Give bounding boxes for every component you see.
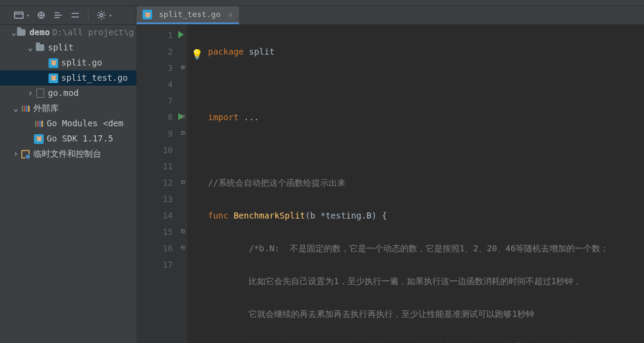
code-area[interactable]: package split import ... //系统会自动把这个函数给提示… xyxy=(187,25,644,343)
tree-node-external-lib[interactable]: ⌄ 外部库 xyxy=(0,101,136,116)
toolbar-separator xyxy=(88,10,89,21)
svg-rect-0 xyxy=(15,12,23,18)
editor-gutter[interactable]: 1 2💡 3⊞ 4 7 8⊟ 9⊟ 10 11 12⊟ 13 14 15⊟ 16… xyxy=(136,25,187,343)
go-file-icon: 🐹 xyxy=(143,10,152,19)
svg-rect-12 xyxy=(24,106,25,112)
file-icon xyxy=(35,89,45,98)
dropdown-arrow-icon: ▾ xyxy=(109,13,112,18)
settings-gear-icon[interactable] xyxy=(96,10,107,21)
svg-point-20 xyxy=(25,154,30,159)
library-icon xyxy=(34,119,44,129)
code-token: BenchmarkSplit xyxy=(233,211,305,220)
tree-label: split.go xyxy=(61,55,102,70)
line-number: 7 xyxy=(168,96,173,106)
chevron-down-icon[interactable]: ⌄ xyxy=(11,28,16,38)
line-number: 4 xyxy=(168,80,173,89)
line-number: 10 xyxy=(163,145,173,155)
tree-node-split-test-go[interactable]: 🐹 split_test.go xyxy=(0,70,136,86)
select-opened-file-icon[interactable] xyxy=(36,10,47,21)
line-number: 3 xyxy=(168,63,173,73)
code-token: B xyxy=(366,211,371,220)
folder-icon xyxy=(16,28,26,38)
scratch-icon xyxy=(21,149,30,159)
code-token: import xyxy=(208,112,239,122)
line-number: 2 xyxy=(168,47,173,56)
code-token: (b * xyxy=(305,211,326,220)
project-view-selector[interactable] xyxy=(13,10,24,21)
fold-icon[interactable]: ⊟ xyxy=(179,228,185,234)
code-comment: 比如它会先自己设置为1，至少执行一遍，如果执行这一边函数消耗的时间不超过1秒钟， xyxy=(208,276,582,286)
fold-icon[interactable]: ⊞ xyxy=(179,64,185,70)
tree-node-go-sdk[interactable]: 🐹 Go SDK 1.17.5 xyxy=(0,131,136,146)
tree-node-go-modules[interactable]: Go Modules <dem xyxy=(0,116,136,131)
tree-node-split-go[interactable]: 🐹 split.go xyxy=(0,55,136,70)
code-comment: /*b.N: 不是固定的数，它是一个动态的数，它是按照1、2、20、46等随机去… xyxy=(208,243,609,253)
tree-label: split xyxy=(48,40,73,55)
toolbar: ▾ ▾ 🐹 split_test.go × xyxy=(0,6,644,25)
tree-node-split[interactable]: ⌄ split xyxy=(0,40,136,55)
line-number: 9 xyxy=(168,129,173,138)
tree-label: 临时文件和控制台 xyxy=(33,146,101,161)
run-gutter-icon[interactable] xyxy=(178,31,184,38)
dropdown-arrow-icon: ▾ xyxy=(27,13,30,18)
project-tree[interactable]: ⌄ demo D:\all project\g ⌄ split 🐹 split.… xyxy=(0,25,136,343)
intention-bulb-icon[interactable]: 💡 xyxy=(191,46,203,63)
code-token: split xyxy=(249,47,274,56)
expand-all-icon[interactable] xyxy=(53,10,64,21)
line-number: 11 xyxy=(163,161,173,171)
tree-node-gomod[interactable]: › go.mod xyxy=(0,86,136,101)
editor-tab-split-test[interactable]: 🐹 split_test.go × xyxy=(136,6,239,24)
tree-node-scratches[interactable]: › 临时文件和控制台 xyxy=(0,146,136,161)
code-token: func xyxy=(208,211,229,220)
tree-label: demo xyxy=(29,25,50,40)
breadcrumb-bar xyxy=(0,0,644,6)
chevron-right-icon[interactable]: › xyxy=(25,89,35,98)
tree-label: Go Modules <dem xyxy=(47,116,123,131)
tree-node-demo[interactable]: ⌄ demo D:\all project\g xyxy=(0,25,136,40)
svg-point-10 xyxy=(99,14,102,17)
collapse-all-icon[interactable] xyxy=(70,10,81,21)
svg-rect-11 xyxy=(22,106,23,112)
go-sdk-icon: 🐹 xyxy=(34,134,44,144)
line-number: 13 xyxy=(163,194,173,204)
svg-rect-16 xyxy=(38,121,39,127)
line-number: 15 xyxy=(163,227,173,237)
svg-rect-13 xyxy=(26,106,27,112)
line-number: 1 xyxy=(168,30,173,40)
code-token: ... xyxy=(239,112,260,122)
code-editor[interactable]: 1 2💡 3⊞ 4 7 8⊟ 9⊟ 10 11 12⊟ 13 14 15⊟ 16… xyxy=(136,25,644,343)
svg-rect-18 xyxy=(42,121,43,127)
svg-rect-15 xyxy=(35,121,36,127)
line-number: 16 xyxy=(163,243,173,253)
chevron-down-icon[interactable]: ⌄ xyxy=(25,43,35,53)
chevron-right-icon[interactable]: › xyxy=(11,149,21,159)
go-file-icon: 🐹 xyxy=(49,73,58,83)
close-icon[interactable]: × xyxy=(228,10,233,19)
code-comment: //系统会自动把这个函数给提示出来 xyxy=(208,178,346,188)
tree-label: 外部库 xyxy=(33,101,59,116)
line-number: 8 xyxy=(168,112,173,122)
go-file-icon: 🐹 xyxy=(49,58,58,68)
svg-rect-14 xyxy=(29,106,30,112)
tab-label: split_test.go xyxy=(159,10,221,19)
library-icon xyxy=(21,104,30,114)
tree-label: Go SDK 1.17.5 xyxy=(47,131,113,146)
code-token: testing xyxy=(326,211,361,220)
tree-path: D:\all project\g xyxy=(52,25,134,40)
tree-label: go.mod xyxy=(48,86,79,101)
chevron-down-icon[interactable]: ⌄ xyxy=(11,104,21,114)
code-token: package xyxy=(208,47,244,56)
fold-icon[interactable]: ⊟ xyxy=(179,179,185,185)
fold-icon[interactable]: ⊟ xyxy=(179,130,185,136)
code-comment: 它就会继续的再去累加再去执行再执行，至少让性能基准测试可以跑够1秒钟 xyxy=(208,309,534,319)
fold-icon[interactable]: ⊟ xyxy=(179,114,185,120)
tree-label: split_test.go xyxy=(61,70,128,86)
line-number: 17 xyxy=(163,260,173,270)
line-number: 12 xyxy=(163,178,173,188)
code-token: ) { xyxy=(372,211,387,220)
svg-rect-17 xyxy=(39,121,41,127)
folder-icon xyxy=(35,43,45,53)
line-number: 14 xyxy=(163,211,173,220)
fold-icon[interactable]: ⊟ xyxy=(179,245,185,251)
